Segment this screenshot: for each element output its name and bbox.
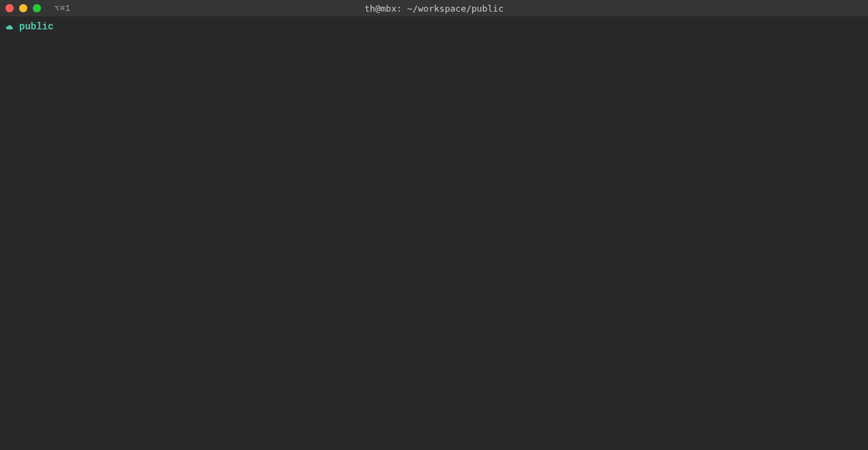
prompt-line: public: [5, 21, 863, 34]
close-button[interactable]: [5, 4, 14, 12]
traffic-lights: [5, 4, 41, 12]
window-title: th@mbx: ~/workspace/public: [364, 3, 504, 14]
tab-shortcut-indicator: ⌥⌘1: [55, 3, 70, 14]
window-titlebar: ⌥⌘1 th@mbx: ~/workspace/public: [0, 0, 868, 16]
minimize-button[interactable]: [19, 4, 27, 12]
terminal-body[interactable]: public: [0, 16, 868, 450]
maximize-button[interactable]: [33, 4, 41, 12]
cloud-icon: [5, 24, 14, 31]
prompt-directory: public: [19, 21, 53, 34]
